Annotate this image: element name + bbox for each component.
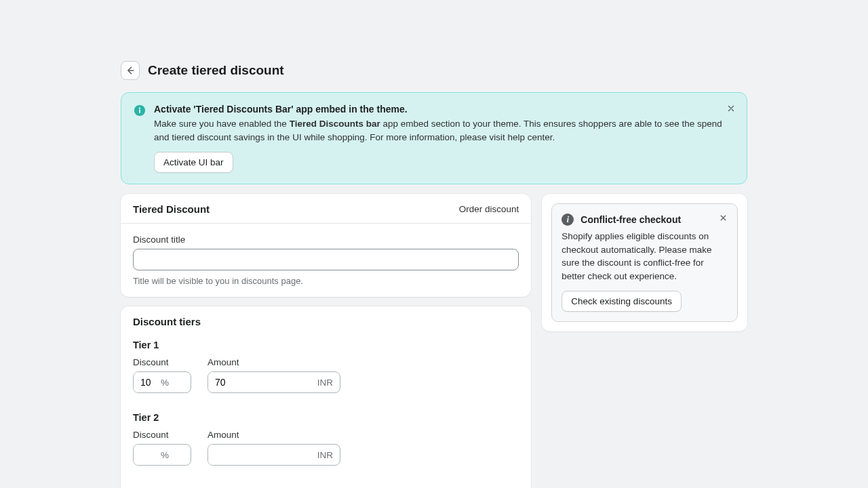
tier-discount-label: Discount — [133, 430, 191, 440]
card-title: Tiered Discount — [133, 203, 210, 215]
close-icon — [726, 104, 736, 113]
discount-type-label: Order discount — [459, 204, 519, 214]
banner-close-button[interactable] — [725, 102, 737, 117]
discount-title-help: Title will be visible to you in discount… — [133, 276, 519, 286]
tier-amount-label: Amount — [208, 430, 340, 440]
tier-block: Tier 2 Discount % Amount — [133, 412, 519, 466]
page-title: Create tiered discount — [148, 63, 284, 78]
percent-suffix: % — [161, 450, 176, 460]
discount-title-input[interactable] — [133, 249, 519, 270]
svg-rect-2 — [139, 110, 140, 113]
tier-name: Tier 1 — [133, 340, 519, 350]
tiered-discount-card: Tiered Discount Order discount Discount … — [121, 194, 531, 297]
side-card: i Conflict-free checkout Shopify applies… — [542, 194, 747, 331]
tier-discount-label: Discount — [133, 357, 191, 367]
currency-suffix: INR — [317, 378, 340, 388]
tiers-section-title: Discount tiers — [133, 316, 519, 327]
tier2-discount-input[interactable] — [134, 445, 161, 465]
callout-title: Conflict-free checkout — [580, 214, 681, 225]
arrow-left-icon — [125, 65, 136, 76]
banner-title: Activate 'Tiered Discounts Bar' app embe… — [154, 104, 734, 115]
close-icon — [719, 214, 728, 222]
tier2-amount-input[interactable] — [208, 445, 317, 465]
back-button[interactable] — [121, 61, 140, 80]
tier-block: Tier 1 Discount % Amount — [133, 340, 519, 393]
conflict-free-callout: i Conflict-free checkout Shopify applies… — [551, 203, 738, 322]
tier1-discount-input[interactable] — [134, 372, 161, 392]
discount-title-label: Discount title — [133, 235, 519, 245]
activation-banner: Activate 'Tiered Discounts Bar' app embe… — [121, 92, 747, 184]
callout-close-button[interactable] — [717, 212, 729, 226]
tier-amount-label: Amount — [208, 357, 340, 367]
page-header: Create tiered discount — [121, 61, 747, 80]
tier-name: Tier 2 — [133, 412, 519, 423]
callout-text: Shopify applies eligible discounts on ch… — [561, 230, 728, 283]
discount-tiers-card: Discount tiers Tier 1 Discount % — [121, 306, 531, 488]
info-icon — [134, 104, 146, 117]
currency-suffix: INR — [317, 450, 340, 460]
info-icon: i — [561, 214, 574, 226]
banner-description: Make sure you have enabled the Tiered Di… — [154, 117, 734, 144]
check-existing-discounts-button[interactable]: Check existing discounts — [561, 291, 682, 312]
percent-suffix: % — [161, 378, 176, 388]
tier1-amount-input[interactable] — [208, 372, 317, 392]
svg-point-1 — [139, 107, 140, 108]
activate-ui-bar-button[interactable]: Activate UI bar — [154, 152, 233, 173]
